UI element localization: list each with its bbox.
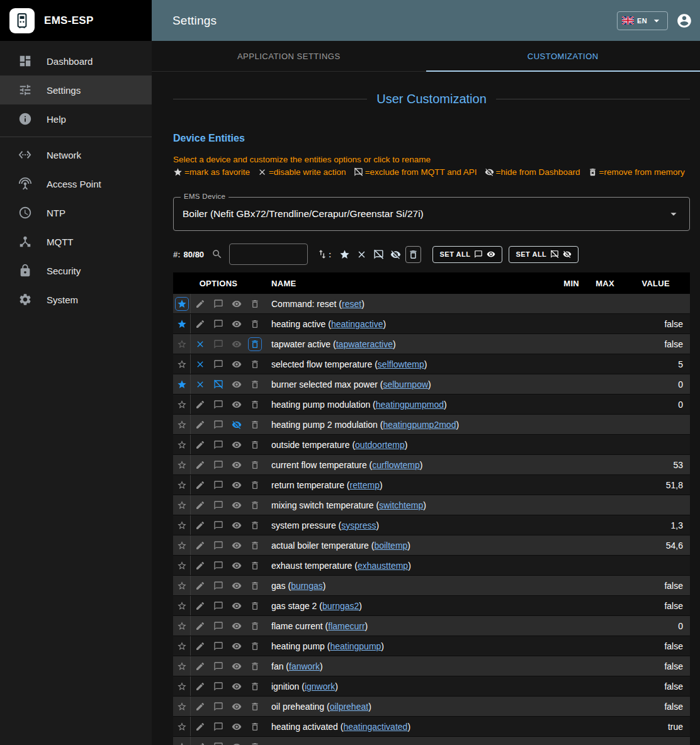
delete-toggle[interactable] <box>246 535 264 555</box>
delete-toggle[interactable] <box>246 697 264 716</box>
table-row[interactable]: system pressure (syspress)1,3 <box>173 515 690 535</box>
entity-id-link[interactable]: burngas2 <box>322 601 359 611</box>
ems-device-select[interactable]: EMS Device Boiler (Nefit GBx72/Trendline… <box>173 197 690 231</box>
sidebar-item-dashboard[interactable]: Dashboard <box>0 47 152 76</box>
delete-toggle[interactable] <box>246 395 264 414</box>
filter-toggle-delete[interactable] <box>405 246 421 263</box>
delete-toggle[interactable] <box>246 415 264 434</box>
exclude-toggle[interactable] <box>209 455 227 474</box>
table-row[interactable]: oil preheating (oilpreheat)false <box>173 697 690 717</box>
entity-id-link[interactable]: heatingpump2mod <box>383 420 456 430</box>
favorite-toggle[interactable] <box>173 737 191 745</box>
entity-id-link[interactable]: heatingpumpmod <box>376 400 444 410</box>
favorite-toggle[interactable] <box>173 395 191 414</box>
write-toggle[interactable] <box>191 515 209 535</box>
visibility-toggle[interactable] <box>227 656 246 676</box>
delete-toggle[interactable] <box>246 636 264 656</box>
entity-id-link[interactable]: oilpreheat <box>330 702 369 712</box>
exclude-toggle[interactable] <box>209 576 227 595</box>
visibility-toggle[interactable] <box>227 334 246 354</box>
write-toggle[interactable] <box>191 697 209 716</box>
table-row[interactable]: burner selected max power (selburnpow)0 <box>173 374 690 395</box>
exclude-toggle[interactable] <box>209 535 227 555</box>
visibility-toggle[interactable] <box>227 395 246 414</box>
write-toggle[interactable] <box>191 475 209 495</box>
favorite-toggle[interactable] <box>173 556 191 575</box>
exclude-toggle[interactable] <box>209 737 227 745</box>
table-row[interactable]: return temperature (rettemp)51,8 <box>173 475 690 495</box>
visibility-toggle[interactable] <box>227 495 246 515</box>
entity-id-link[interactable]: selflowtemp <box>378 359 424 369</box>
table-row[interactable]: heating active (heatingactive)false <box>173 314 690 334</box>
delete-toggle[interactable] <box>246 556 264 575</box>
visibility-toggle[interactable] <box>227 515 246 535</box>
exclude-toggle[interactable] <box>209 656 227 676</box>
table-row[interactable]: heating activated (heatingactivated)true <box>173 717 690 737</box>
exclude-toggle[interactable] <box>209 415 227 434</box>
exclude-toggle[interactable] <box>209 717 227 736</box>
filter-toggle-close[interactable] <box>353 245 370 263</box>
entity-id-link[interactable]: boiltemp <box>374 541 407 551</box>
entity-id-link[interactable]: selburnpow <box>383 379 428 389</box>
favorite-toggle[interactable] <box>173 535 191 555</box>
entity-id-link[interactable]: heatingactivated <box>343 722 407 732</box>
entity-id-link[interactable]: fanwork <box>289 661 320 671</box>
visibility-toggle[interactable] <box>227 354 246 374</box>
visibility-toggle[interactable] <box>227 455 246 474</box>
table-row[interactable]: ignition (ignwork)false <box>173 676 690 697</box>
set-all-button-1[interactable]: SET ALL <box>432 246 502 263</box>
account-icon[interactable] <box>676 13 692 29</box>
write-toggle[interactable] <box>191 535 209 555</box>
write-toggle[interactable] <box>191 294 209 313</box>
sidebar-item-security[interactable]: Security <box>0 256 152 285</box>
exclude-toggle[interactable] <box>209 395 227 414</box>
write-toggle[interactable] <box>191 415 209 434</box>
favorite-toggle[interactable] <box>173 455 191 474</box>
entity-id-link[interactable]: outdoortemp <box>355 440 405 450</box>
entity-id-link[interactable]: syspress <box>341 520 376 530</box>
delete-toggle[interactable] <box>246 596 264 615</box>
table-row[interactable]: heating pump (heatingpump)false <box>173 636 690 656</box>
table-row[interactable] <box>173 737 690 745</box>
exclude-toggle[interactable] <box>209 697 227 716</box>
entity-id-link[interactable]: switchtemp <box>379 500 423 510</box>
delete-toggle[interactable] <box>246 314 264 333</box>
exclude-toggle[interactable] <box>209 334 227 354</box>
tab-customization[interactable]: CUSTOMIZATION <box>426 41 700 71</box>
exclude-toggle[interactable] <box>209 435 227 454</box>
visibility-toggle[interactable] <box>227 697 246 716</box>
favorite-toggle[interactable] <box>173 415 191 434</box>
write-toggle[interactable] <box>191 656 209 676</box>
favorite-toggle[interactable] <box>173 636 191 656</box>
write-toggle[interactable] <box>191 374 209 394</box>
write-toggle[interactable] <box>191 556 209 575</box>
delete-toggle[interactable] <box>246 737 264 745</box>
visibility-toggle[interactable] <box>227 374 246 394</box>
filter-toggle-comment-off[interactable] <box>370 245 387 263</box>
table-row[interactable]: tapwater active (tapwateractive)false <box>173 334 690 354</box>
entity-id-link[interactable]: rettemp <box>350 480 380 490</box>
write-toggle[interactable] <box>191 354 209 374</box>
favorite-toggle[interactable] <box>173 717 191 736</box>
entity-id-link[interactable]: heatingpump <box>330 641 381 651</box>
table-row[interactable]: heating pump modulation (heatingpumpmod)… <box>173 395 690 415</box>
table-row[interactable]: heating pump 2 modulation (heatingpump2m… <box>173 415 690 435</box>
exclude-toggle[interactable] <box>209 374 227 394</box>
write-toggle[interactable] <box>191 636 209 656</box>
visibility-toggle[interactable] <box>227 475 246 495</box>
exclude-toggle[interactable] <box>209 314 227 333</box>
visibility-toggle[interactable] <box>227 535 246 555</box>
favorite-toggle[interactable] <box>173 495 191 515</box>
delete-toggle[interactable] <box>246 495 264 515</box>
sidebar-item-mqtt[interactable]: MQTT <box>0 227 152 256</box>
delete-toggle[interactable] <box>246 656 264 676</box>
exclude-toggle[interactable] <box>209 294 227 313</box>
table-row[interactable]: selected flow temperature (selflowtemp)5 <box>173 354 690 374</box>
table-row[interactable]: current flow temperature (curflowtemp)53 <box>173 455 690 475</box>
entity-id-link[interactable]: reset <box>342 299 361 309</box>
table-row[interactable]: outside temperature (outdoortemp) <box>173 435 690 455</box>
delete-toggle[interactable] <box>246 576 264 595</box>
delete-toggle[interactable] <box>246 616 264 636</box>
sidebar-item-network[interactable]: Network <box>0 140 152 169</box>
table-row[interactable]: flame current (flamecurr)0 <box>173 616 690 636</box>
